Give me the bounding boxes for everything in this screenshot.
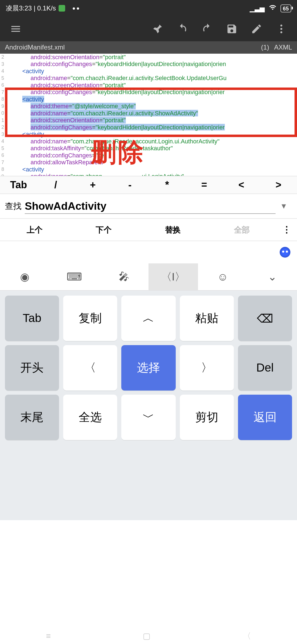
nav-back-icon[interactable]: 〈 — [243, 630, 251, 642]
keyboard-grid: Tab 复制 ︿ 粘贴 ⌫ 开头 〈 选择 〉 Del 末尾 全选 ﹀ 剪切 返… — [0, 291, 297, 445]
filename[interactable]: AndroidManifest.xml — [5, 44, 65, 51]
kb-cursor-mode-icon[interactable]: 〈I〉 — [148, 263, 198, 290]
overflow-icon[interactable] — [269, 17, 294, 41]
key-del[interactable]: Del — [238, 345, 292, 391]
sym-plus[interactable]: + — [74, 176, 111, 194]
find-all-button[interactable]: 全部 — [207, 224, 276, 235]
keyboard-area: ◉ ⌨ 🎤︎ 〈I〉 ☺ ⌄ Tab 复制 ︿ 粘贴 ⌫ 开头 〈 选择 〉 D… — [0, 241, 297, 520]
key-select-all[interactable]: 全选 — [63, 395, 117, 440]
key-home[interactable]: 开头 — [5, 345, 59, 391]
sym-minus[interactable]: - — [111, 176, 148, 194]
assistant-avatar-icon[interactable] — [280, 247, 290, 258]
status-time: 凌晨3:23 | 0.1K/s — [6, 4, 56, 13]
sym-tab[interactable]: Tab — [0, 176, 37, 194]
edit-icon[interactable] — [244, 17, 269, 41]
kb-collapse-chevron-icon[interactable]: ⌄ — [248, 263, 297, 290]
kb-emoji-icon[interactable]: ☺ — [198, 263, 248, 290]
find-more-icon[interactable]: ⋮ — [276, 224, 297, 235]
tab-mode[interactable]: AXML — [274, 44, 292, 51]
sym-star[interactable]: * — [148, 176, 186, 194]
status-left: 凌晨3:23 | 0.1K/s •• — [6, 4, 81, 13]
status-right: ▁▃▅ 65 — [250, 4, 291, 13]
find-next-button[interactable]: 下个 — [69, 224, 138, 235]
nav-recents-icon[interactable]: ≡ — [46, 631, 51, 641]
key-paste[interactable]: 粘贴 — [180, 296, 234, 341]
key-right-arrow-icon[interactable]: 〉 — [180, 345, 234, 391]
key-up-arrow-icon[interactable]: ︿ — [122, 296, 176, 341]
line-gutter: 234567890123456789 — [0, 54, 4, 176]
key-backspace-icon[interactable]: ⌫ — [238, 296, 292, 341]
code-content[interactable]: android:screenOrientation="portrait" and… — [6, 54, 297, 176]
sym-slash[interactable]: / — [37, 176, 74, 194]
tab-count[interactable]: (1) — [261, 44, 269, 51]
wifi-icon — [269, 4, 276, 13]
key-end[interactable]: 末尾 — [5, 395, 59, 440]
symbol-row: Tab / + - * = < > — [0, 176, 297, 194]
key-copy[interactable]: 复制 — [63, 296, 117, 341]
undo-icon[interactable] — [170, 17, 195, 41]
nav-home-icon[interactable]: ▢ — [143, 631, 151, 641]
app-bar — [0, 17, 297, 41]
status-bar: 凌晨3:23 | 0.1K/s •• ▁▃▅ 65 — [0, 0, 297, 17]
save-icon[interactable] — [219, 17, 244, 41]
file-tab-bar: AndroidManifest.xml (1) AXML — [0, 41, 297, 54]
system-nav-bar: ≡ ▢ 〈 — [0, 627, 297, 644]
key-down-arrow-icon[interactable]: ﹀ — [122, 395, 176, 440]
pin-icon[interactable] — [145, 17, 170, 41]
key-select[interactable]: 选择 — [122, 345, 176, 391]
sym-lt[interactable]: < — [223, 176, 260, 194]
svg-point-1 — [280, 28, 282, 30]
find-input[interactable] — [25, 199, 276, 214]
find-prev-button[interactable]: 上个 — [0, 224, 69, 235]
find-buttons: 上个 下个 替换 全部 ⋮ — [0, 219, 297, 241]
find-toggle-chevron-icon[interactable]: ▼ — [276, 202, 292, 211]
key-cut[interactable]: 剪切 — [180, 395, 234, 440]
battery-icon: 65 — [280, 4, 291, 12]
key-tab[interactable]: Tab — [5, 296, 59, 341]
status-notif-dots: •• — [72, 4, 81, 12]
keyboard-assistant-row — [0, 241, 297, 263]
code-editor[interactable]: 234567890123456789 android:screenOrienta… — [0, 54, 297, 176]
redo-icon[interactable] — [195, 17, 219, 41]
signal-icon: ▁▃▅ — [250, 4, 265, 12]
sym-gt[interactable]: > — [260, 176, 297, 194]
keyboard-mode-row: ◉ ⌨ 🎤︎ 〈I〉 ☺ ⌄ — [0, 263, 297, 291]
status-app-icon — [58, 5, 65, 12]
sym-eq[interactable]: = — [186, 176, 223, 194]
kb-voice-input-icon[interactable]: ◉ — [0, 263, 50, 290]
kb-mic-icon[interactable]: 🎤︎ — [99, 263, 148, 290]
kb-keyboard-icon[interactable]: ⌨ — [50, 263, 99, 290]
find-replace-button[interactable]: 替换 — [138, 224, 207, 235]
key-return[interactable]: 返回 — [238, 395, 292, 440]
find-bar: 查找 ▼ — [0, 194, 297, 219]
find-label: 查找 — [5, 201, 21, 212]
key-left-arrow-icon[interactable]: 〈 — [63, 345, 117, 391]
menu-icon[interactable] — [3, 17, 28, 41]
svg-point-0 — [280, 24, 282, 26]
svg-point-2 — [280, 31, 282, 33]
